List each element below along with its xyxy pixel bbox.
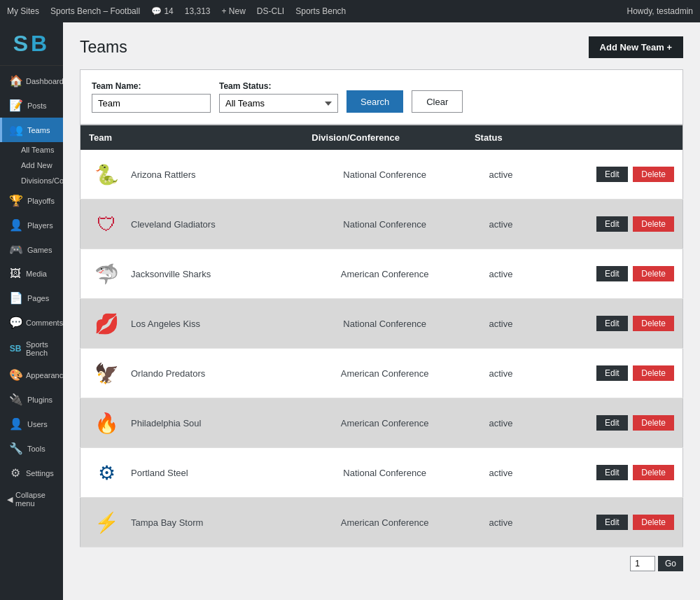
sidebar-label-games: Games: [27, 246, 52, 254]
sidebar-label-players: Players: [27, 221, 53, 230]
users-icon: 👤: [9, 417, 23, 431]
team-actions: Edit Delete: [536, 200, 683, 249]
sidebar-item-plugins[interactable]: 🔌 Plugins: [0, 387, 63, 412]
delete-button[interactable]: Delete: [633, 216, 674, 232]
collapse-menu-button[interactable]: ◀ Collapse menu: [0, 485, 63, 513]
team-name: Cleveland Gladiators: [131, 219, 216, 230]
page-number-input[interactable]: [630, 556, 655, 571]
delete-button[interactable]: Delete: [633, 266, 674, 281]
players-icon: 👤: [9, 218, 23, 232]
edit-button[interactable]: Edit: [596, 515, 628, 530]
table-row: 🐍 Arizona Rattlers National Conference a…: [80, 150, 683, 200]
team-logo: 🦈: [89, 256, 124, 291]
col-status: Status: [466, 125, 536, 151]
col-division: Division/Conference: [303, 125, 466, 151]
sidebar-item-teams[interactable]: 👥 Teams: [0, 118, 63, 142]
delete-button[interactable]: Delete: [633, 365, 674, 381]
page-header: Teams Add New Team +: [80, 36, 683, 58]
adminbar-sites[interactable]: My Sites: [7, 6, 39, 16]
team-status: active: [466, 498, 536, 547]
team-status: active: [466, 150, 536, 200]
sidebar-item-appearance[interactable]: 🎨 Appearance: [0, 363, 63, 387]
team-name-filter-group: Team Name:: [92, 81, 211, 113]
delete-button[interactable]: Delete: [633, 167, 674, 182]
team-division: American Conference: [303, 398, 466, 448]
sidebar-item-playoffs[interactable]: 🏆 Playoffs: [0, 188, 63, 213]
sidebar-item-users[interactable]: 👤 Users: [0, 412, 63, 436]
team-name: Philadelphia Soul: [131, 418, 201, 428]
sidebar-label-sports-bench: Sports Bench: [26, 340, 56, 357]
delete-button[interactable]: Delete: [633, 515, 674, 530]
clear-button[interactable]: Clear: [412, 90, 463, 113]
edit-button[interactable]: Edit: [596, 415, 628, 431]
sidebar-item-players[interactable]: 👤 Players: [0, 213, 63, 237]
sidebar-item-posts[interactable]: 📝 Posts: [0, 93, 63, 118]
adminbar-sports-bench[interactable]: Sports Bench: [295, 6, 346, 16]
team-status: active: [466, 200, 536, 249]
team-cell: ⚡ Tampa Bay Storm: [89, 505, 295, 540]
adminbar-site-name[interactable]: Sports Bench – Football: [50, 6, 140, 16]
team-name: Los Angeles Kiss: [131, 319, 200, 329]
sidebar-logo: SB: [0, 22, 63, 66]
team-name: Arizona Rattlers: [131, 169, 195, 180]
team-logo: ⚡: [89, 505, 124, 540]
team-division: National Conference: [303, 299, 466, 349]
edit-button[interactable]: Edit: [596, 266, 628, 281]
sidebar-label-comments: Comments: [26, 319, 63, 327]
add-new-team-button[interactable]: Add New Team +: [589, 36, 683, 58]
teams-icon: 👥: [9, 123, 23, 137]
team-status-label: Team Status:: [219, 81, 338, 91]
sidebar-label-settings: Settings: [26, 469, 54, 477]
team-status-select[interactable]: All Teams Active Inactive: [219, 94, 338, 113]
edit-button[interactable]: Edit: [596, 365, 628, 381]
go-button[interactable]: Go: [658, 556, 683, 571]
tools-icon: 🔧: [9, 442, 23, 455]
team-cell: 🐍 Arizona Rattlers: [89, 157, 295, 192]
team-actions: Edit Delete: [536, 498, 683, 547]
team-logo: 🛡: [89, 207, 124, 242]
team-cell: 🛡 Cleveland Gladiators: [89, 207, 295, 242]
sb-icon: SB: [9, 344, 22, 354]
sidebar-submenu-divisions[interactable]: Divisions/Conferences: [0, 173, 63, 188]
sidebar-item-comments[interactable]: 💬 Comments 13,313: [0, 310, 63, 335]
games-icon: 🎮: [9, 243, 23, 256]
delete-button[interactable]: Delete: [633, 465, 674, 480]
col-team: Team: [80, 125, 304, 151]
delete-button[interactable]: Delete: [633, 316, 674, 331]
adminbar-notifications[interactable]: 13,313: [185, 6, 211, 16]
delete-button[interactable]: Delete: [633, 415, 674, 431]
edit-button[interactable]: Edit: [596, 216, 628, 232]
team-status: active: [466, 349, 536, 398]
sidebar-item-dashboard[interactable]: 🏠 Dashboard: [0, 69, 63, 93]
team-cell: 🔥 Philadelphia Soul: [89, 405, 295, 440]
sidebar-item-media[interactable]: 🖼 Media: [0, 262, 63, 286]
sidebar-item-sports-bench[interactable]: SB Sports Bench: [0, 335, 63, 363]
search-filters: Team Name: Team Status: All Teams Active…: [80, 69, 683, 125]
sidebar-label-tools: Tools: [27, 445, 46, 453]
adminbar-comments[interactable]: 💬 14: [151, 6, 174, 16]
team-name: Jacksonville Sharks: [131, 269, 211, 279]
sidebar-item-settings[interactable]: ⚙ Settings: [0, 461, 63, 485]
team-cell: 🦈 Jacksonville Sharks: [89, 256, 295, 291]
table-row: 🔥 Philadelphia Soul American Conference …: [80, 398, 683, 448]
media-icon: 🖼: [9, 267, 22, 280]
col-actions: [536, 125, 683, 151]
sidebar-label-appearance: Appearance: [26, 371, 63, 379]
sidebar-submenu-all-teams[interactable]: All Teams: [0, 142, 63, 158]
edit-button[interactable]: Edit: [596, 167, 628, 182]
adminbar-new[interactable]: + New: [222, 6, 246, 16]
adminbar-ds-cli[interactable]: DS-CLI: [257, 6, 284, 16]
table-row: ⚙ Portland Steel National Conference act…: [80, 448, 683, 498]
team-division: American Conference: [303, 498, 466, 547]
edit-button[interactable]: Edit: [596, 465, 628, 480]
sidebar-submenu-add-new[interactable]: Add New: [0, 158, 63, 173]
table-header-row: Team Division/Conference Status: [80, 125, 683, 151]
sidebar-item-games[interactable]: 🎮 Games: [0, 237, 63, 262]
sidebar-item-pages[interactable]: 📄 Pages: [0, 286, 63, 310]
sidebar-item-tools[interactable]: 🔧 Tools: [0, 436, 63, 461]
search-button[interactable]: Search: [346, 90, 403, 113]
edit-button[interactable]: Edit: [596, 316, 628, 331]
team-logo: 💋: [89, 306, 124, 341]
table-row: 🦅 Orlando Predators American Conference …: [80, 349, 683, 398]
team-name-input[interactable]: [92, 94, 211, 113]
